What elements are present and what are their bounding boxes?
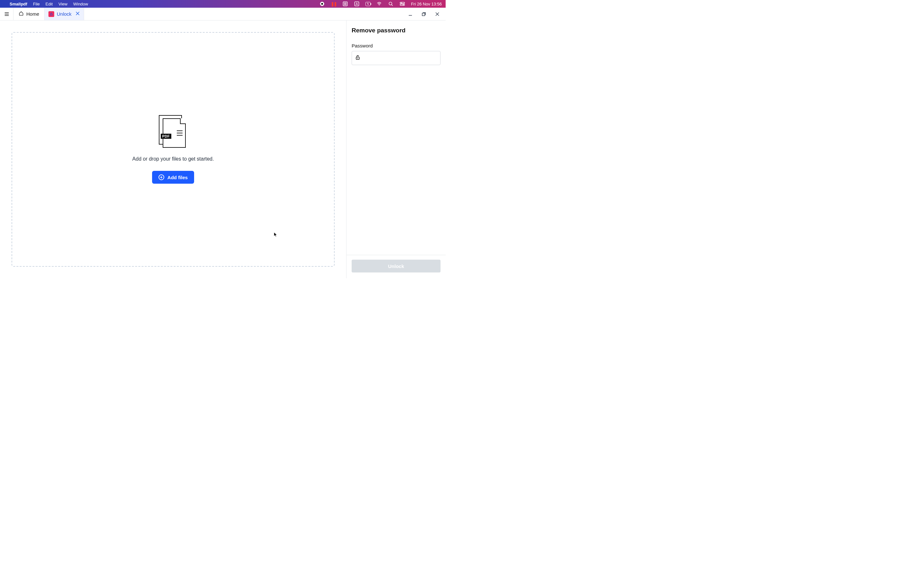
tab-unlock-label: Unlock — [57, 11, 71, 17]
record-stop-icon[interactable] — [319, 1, 325, 7]
lock-icon — [355, 55, 360, 61]
battery-status-icon[interactable]: ↯ — [365, 2, 371, 6]
drop-panel: PDF Add or drop your files to get starte… — [0, 21, 346, 278]
tab-close-button[interactable] — [75, 11, 80, 17]
battery-label: ↯ — [367, 2, 369, 5]
toolbar-spacer — [84, 8, 402, 20]
side-panel: Remove password Password Unlock — [346, 21, 446, 278]
svg-point-9 — [389, 2, 392, 5]
side-panel-title: Remove password — [352, 27, 441, 34]
tab-unlock[interactable]: Unlock — [45, 8, 84, 20]
grid-app-icon[interactable] — [342, 1, 348, 7]
password-input-wrapper[interactable] — [352, 51, 441, 65]
home-icon — [19, 11, 24, 17]
tab-home[interactable]: Home — [13, 8, 45, 20]
menubar-app-name[interactable]: Smallpdf — [10, 2, 27, 6]
unlock-tool-icon — [48, 11, 54, 17]
window-controls — [402, 8, 446, 20]
menubar-item-edit[interactable]: Edit — [45, 2, 53, 6]
menubar-item-view[interactable]: View — [58, 2, 67, 6]
svg-rect-11 — [400, 2, 405, 3]
content-row: PDF Add or drop your files to get starte… — [0, 21, 446, 278]
menubar-item-file[interactable]: File — [33, 2, 40, 6]
app-toolbar: Home Unlock — [0, 8, 446, 21]
menubar-datetime[interactable]: Fri 26 Nov 13:56 — [411, 2, 442, 6]
input-source-icon[interactable]: A — [354, 1, 360, 7]
spotlight-search-icon[interactable] — [388, 1, 394, 7]
svg-rect-13 — [400, 4, 405, 5]
svg-line-10 — [391, 5, 393, 6]
menubar-right: ❚❚ A ↯ Fri 26 Nov 13:56 — [319, 1, 442, 7]
pause-status-icon[interactable]: ❚❚ — [331, 1, 336, 7]
hamburger-menu-button[interactable] — [0, 8, 13, 20]
svg-rect-18 — [50, 14, 52, 15]
svg-point-14 — [403, 5, 404, 5]
wifi-icon[interactable] — [376, 1, 382, 7]
svg-rect-1 — [321, 3, 323, 5]
add-files-label: Add files — [168, 175, 188, 180]
window-minimize-button[interactable] — [408, 11, 413, 17]
svg-text:A: A — [356, 2, 358, 6]
window-close-button[interactable] — [435, 11, 440, 17]
add-files-button[interactable]: + Add files — [152, 171, 194, 184]
pdf-badge-label: PDF — [161, 134, 172, 139]
menubar-item-window[interactable]: Window — [73, 2, 88, 6]
tab-home-label: Home — [26, 11, 39, 17]
file-drop-area[interactable]: PDF Add or drop your files to get starte… — [11, 32, 334, 267]
pdf-stack-icon: PDF — [159, 115, 188, 147]
password-input[interactable] — [363, 55, 437, 61]
side-panel-body: Remove password Password — [347, 21, 446, 255]
svg-point-8 — [379, 5, 380, 6]
side-panel-footer: Unlock — [347, 255, 446, 278]
svg-point-12 — [401, 3, 402, 3]
window-maximize-button[interactable] — [421, 11, 426, 17]
svg-rect-22 — [422, 13, 425, 16]
control-center-icon[interactable] — [399, 1, 405, 7]
password-field-label: Password — [352, 43, 441, 48]
macos-menubar: Smallpdf File Edit View Window ❚❚ A ↯ Fr… — [0, 0, 446, 8]
unlock-button[interactable]: Unlock — [352, 259, 441, 272]
dropzone-hint-text: Add or drop your files to get started. — [132, 156, 214, 162]
plus-circle-icon: + — [158, 174, 164, 180]
menubar-left: Smallpdf File Edit View Window — [4, 2, 88, 6]
